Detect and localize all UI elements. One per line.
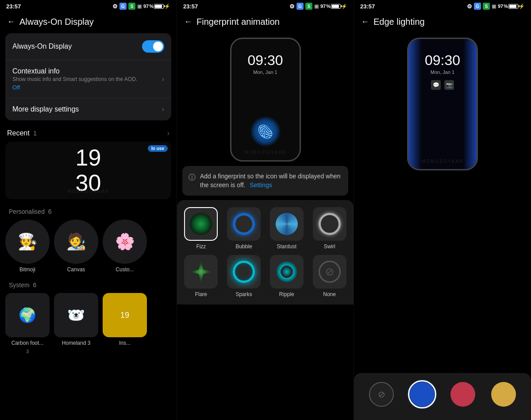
- info-icon: ⓘ: [189, 173, 196, 182]
- anim-thumb-none: ⊘: [313, 255, 346, 289]
- recent-section-header: Recent 1 ›: [0, 127, 177, 142]
- system-label-homeland: Homeland 3: [62, 340, 91, 346]
- google-icon-2: G: [296, 3, 304, 10]
- more-display-row[interactable]: More display settings ›: [5, 98, 171, 120]
- sparks-visual: [233, 261, 255, 283]
- status-time-3: 23:57: [360, 3, 375, 10]
- toggle-label: Always-On Display: [12, 42, 72, 50]
- personalised-header: Personalised 6: [0, 206, 177, 220]
- phone-frame-2: 09:30 Mon, Jan 1 🫆 MOBILEGYAAN: [230, 38, 301, 162]
- avatar-circle-bitmoji: 🧑‍🍳: [5, 220, 50, 264]
- anim-label-fizz: Fizz: [196, 243, 206, 250]
- back-button-2[interactable]: ←: [184, 17, 192, 27]
- contextual-status: Off: [12, 84, 137, 91]
- page-header-3: ← Edge lighting: [354, 12, 531, 33]
- aod-time-display: 1930: [76, 145, 101, 196]
- settings-link[interactable]: Settings: [250, 181, 272, 189]
- system-homeland[interactable]: 🐻‍❄️ Homeland 3: [54, 293, 98, 354]
- anim-flare[interactable]: Flare: [182, 255, 220, 297]
- avatar-circle-custom: 🌸: [103, 220, 147, 264]
- system-thumb-ins: 19: [103, 293, 147, 337]
- phone-preview-3: 09:30 Mon, Jan 1 💬 📷 MOBILEGYAAN: [354, 38, 531, 170]
- anim-bubble[interactable]: Bubble: [225, 207, 263, 250]
- aod-toggle[interactable]: [142, 40, 164, 53]
- avatar-custom[interactable]: 🌸 Custo...: [103, 220, 147, 273]
- anim-stardust[interactable]: Stardust: [268, 207, 306, 250]
- anim-thumb-swirl: [313, 207, 346, 241]
- contextual-row[interactable]: Contextual info Show music info and Smar…: [5, 60, 171, 98]
- page-title-1: Always-On Display: [19, 17, 94, 27]
- status-icons-3: ⚙ G S ▣ 97% ⚡: [467, 3, 525, 10]
- shortcut-icon: S: [128, 3, 135, 10]
- system-label-carbon: Carbon foot...: [12, 340, 44, 346]
- anim-thumb-bubble: [227, 207, 261, 241]
- status-indicator-3: ▣: [492, 4, 496, 9]
- anim-fizz[interactable]: Fizz: [182, 207, 220, 250]
- color-swatch-gold[interactable]: [491, 382, 516, 407]
- animation-grid: Fizz Bubble Stardust Swirl Flare: [177, 200, 354, 304]
- anim-label-bubble: Bubble: [235, 243, 252, 250]
- avatar-bitmoji[interactable]: 🧑‍🍳 Bitmoji: [5, 220, 50, 273]
- battery-3: 97% ⚡: [498, 4, 525, 9]
- system-ins[interactable]: 19 Ins...: [103, 293, 147, 354]
- anim-swirl[interactable]: Swirl: [311, 207, 348, 250]
- watermark-2: MOBILEGYAAN: [244, 150, 286, 155]
- gear-icon: ⚙: [112, 3, 118, 10]
- more-display-label: More display settings: [12, 105, 79, 113]
- contextual-title: Contextual info: [12, 67, 137, 75]
- back-button-3[interactable]: ←: [361, 17, 369, 27]
- anim-thumb-fizz: [184, 207, 218, 241]
- phone-date-3: Mon, Jan 1: [431, 69, 454, 75]
- ripple-visual: [276, 261, 298, 283]
- status-indicator-2: ▣: [314, 4, 319, 9]
- system-thumb-carbon: 🌍: [5, 293, 50, 337]
- anim-label-sparks: Sparks: [235, 291, 252, 297]
- fizz-visual: [190, 213, 212, 235]
- status-bar-1: 23:57 ⚙ G S ▣ 97% ⚡: [0, 0, 177, 12]
- status-time-1: 23:57: [6, 3, 21, 10]
- anim-thumb-ripple: [270, 255, 304, 289]
- anim-thumb-sparks: [227, 255, 261, 289]
- battery-2: 97% ⚡: [320, 4, 347, 9]
- system-carbon[interactable]: 🌍 Carbon foot... 3: [5, 293, 50, 354]
- system-label-ins: Ins...: [119, 340, 131, 346]
- gear-icon-3: ⚙: [467, 3, 472, 10]
- status-time-2: 23:57: [183, 3, 198, 10]
- chevron-icon-contextual: ›: [162, 75, 164, 83]
- chevron-icon-recent: ›: [167, 129, 169, 137]
- google-icon-3: G: [474, 3, 481, 10]
- phone-time-3: 09:30: [425, 52, 460, 69]
- recent-label: Recent 1: [7, 129, 37, 137]
- stardust-visual: [276, 213, 298, 235]
- phone-time-2: 09:30: [247, 52, 283, 69]
- personalised-grid: 🧑‍🍳 Bitmoji 🧑‍🎨 Canvas 🌸 Custo...: [0, 220, 177, 280]
- fingerprint-icon: 🫆: [258, 124, 273, 139]
- system-header: System 6: [0, 280, 177, 293]
- phone-date-2: Mon, Jan 1: [253, 69, 277, 75]
- back-button-1[interactable]: ←: [7, 17, 15, 27]
- app-icon-other: 📷: [444, 80, 454, 90]
- color-swatch-red[interactable]: [450, 382, 475, 407]
- panel-fingerprint: 23:57 ⚙ G S ▣ 97% ⚡ ← Fingerprint animat…: [177, 0, 354, 420]
- edge-glow-right: [463, 39, 477, 169]
- app-icon-wechat: 💬: [431, 80, 441, 90]
- anim-label-flare: Flare: [195, 291, 207, 297]
- page-title-3: Edge lighting: [373, 17, 425, 27]
- toggle-row[interactable]: Always-On Display: [5, 33, 171, 60]
- aod-preview[interactable]: In use 1930 MOBILEGYAAN: [5, 142, 171, 199]
- color-swatch-none[interactable]: ⊘: [369, 382, 394, 407]
- shortcut-icon-2: S: [305, 3, 312, 10]
- flare-visual: [190, 261, 212, 283]
- avatar-label-canvas: Canvas: [67, 266, 85, 273]
- anim-none[interactable]: ⊘ None: [311, 255, 348, 297]
- anim-ripple[interactable]: Ripple: [268, 255, 306, 297]
- shortcut-icon-3: S: [483, 3, 490, 10]
- avatar-circle-canvas: 🧑‍🎨: [54, 220, 98, 264]
- anim-sparks[interactable]: Sparks: [225, 255, 263, 297]
- status-indicator: ▣: [137, 4, 142, 9]
- color-swatch-blue[interactable]: [410, 382, 435, 407]
- phone-preview-2: 09:30 Mon, Jan 1 🫆 MOBILEGYAAN: [177, 38, 354, 162]
- anim-label-none: None: [323, 291, 336, 297]
- bubble-visual: [233, 213, 255, 235]
- avatar-canvas[interactable]: 🧑‍🎨 Canvas: [54, 220, 98, 273]
